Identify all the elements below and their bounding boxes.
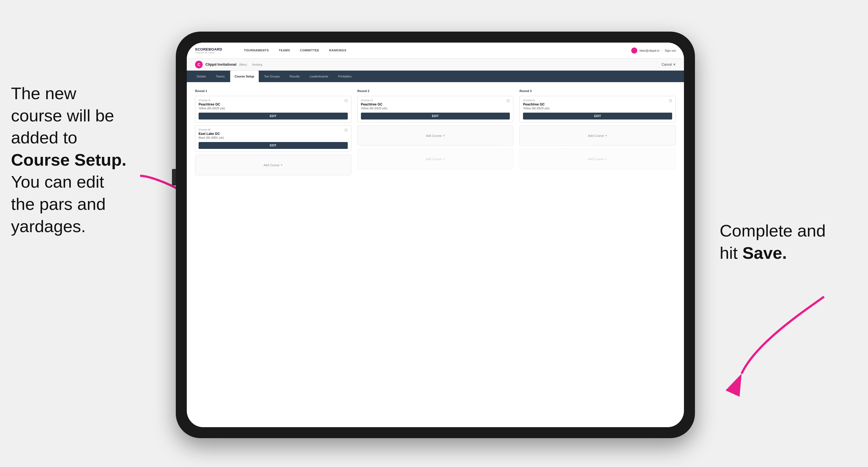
round-1-col: Round 1 ⊡ (Course A) Peachtree GC Yellow… (195, 89, 351, 178)
round3-course-a-details: Yellow (M) (6629 yds) (523, 107, 672, 110)
round1-course-b-name: East Lake GC (198, 132, 348, 136)
nav-rankings[interactable]: RANKINGS (324, 42, 351, 59)
top-nav: SCOREBOARD Powered by clippd TOURNAMENTS… (187, 42, 684, 59)
nav-teams[interactable]: TEAMS (274, 42, 295, 59)
tab-course-setup[interactable]: Course Setup (230, 71, 259, 82)
round2-add-course-disabled-plus-icon: + (443, 157, 445, 161)
content-area: Round 1 ⊡ (Course A) Peachtree GC Yellow… (187, 82, 684, 185)
tab-leaderboards[interactable]: Leaderboards (305, 71, 333, 82)
round2-add-course-disabled-label: Add Course (426, 157, 442, 161)
round-2-col: Round 2 ⊡ (Course A) Peachtree GC Yellow… (358, 89, 514, 178)
round3-add-course-label: Add Course (588, 134, 604, 137)
round2-course-a-details: Yellow (M) (6629 yds) (361, 107, 510, 110)
rounds-grid: Round 1 ⊡ (Course A) Peachtree GC Yellow… (195, 89, 676, 178)
round1-course-b-edit-button[interactable]: Edit (198, 142, 348, 149)
tournament-hosting: Hosting (252, 63, 262, 66)
avatar (631, 48, 637, 54)
round1-course-b-delete[interactable]: ⊡ (344, 128, 348, 132)
round3-course-a-card: ⊡ (Course A) Peachtree GC Yellow (M) (66… (520, 96, 676, 123)
tournament-bar: C Clippd Invitational (Men) Hosting Canc… (187, 59, 684, 71)
tab-tee-groups[interactable]: Tee Groups (260, 71, 284, 82)
round3-course-a-name: Peachtree GC (523, 102, 672, 106)
round-3-col: Round 3 ⊡ (Course A) Peachtree GC Yellow… (520, 89, 676, 178)
cancel-button[interactable]: Cancel ✕ (662, 63, 676, 66)
logo-sub: Powered by clippd (195, 51, 231, 54)
sign-out-link[interactable]: Sign out (665, 49, 676, 52)
round1-course-a-label: (Course A) (198, 99, 348, 102)
tournament-gender: (Men) (239, 63, 247, 66)
round2-course-a-card: ⊡ (Course A) Peachtree GC Yellow (M) (66… (358, 96, 514, 123)
round3-add-course-card[interactable]: Add Course + (520, 125, 676, 146)
round2-add-course-disabled-card: Add Course + (358, 149, 514, 169)
tab-results[interactable]: Results (285, 71, 304, 82)
round1-course-a-details: Yellow (M) (6629 yds) (198, 107, 348, 110)
nav-right: blair@clippd.io | Sign out (631, 48, 676, 54)
tournament-info: C Clippd Invitational (Men) Hosting (195, 61, 262, 68)
round2-add-course-plus-icon: + (443, 133, 445, 137)
round3-course-a-label: (Course A) (523, 99, 672, 102)
round1-course-b-label: (Course B) (198, 128, 348, 131)
nav-tournaments[interactable]: TOURNAMENTS (239, 42, 274, 59)
side-button[interactable] (172, 169, 176, 185)
round2-add-course-label: Add Course (426, 134, 442, 137)
round2-add-course-card[interactable]: Add Course + (358, 125, 514, 146)
round1-course-b-details: Black (M) (6891 yds) (198, 136, 348, 139)
logo-title: SCOREBOARD (195, 47, 231, 51)
arrow-right-icon (728, 288, 832, 382)
round3-add-course-disabled-card: Add Course + (520, 149, 676, 169)
tabs-bar: Details Teams Course Setup Tee Groups Re… (187, 71, 684, 82)
round1-add-course-card[interactable]: Add Course + (195, 155, 351, 175)
round2-course-a-name: Peachtree GC (361, 102, 510, 106)
round3-course-a-edit-button[interactable]: Edit (523, 113, 672, 120)
round-1-label: Round 1 (195, 89, 351, 93)
round1-add-course-label: Add Course (264, 163, 279, 167)
round1-course-b-card: ⊡ (Course B) East Lake GC Black (M) (689… (195, 125, 351, 152)
round1-add-course-plus-icon: + (281, 163, 283, 167)
tab-teams[interactable]: Teams (212, 71, 229, 82)
round-2-label: Round 2 (358, 89, 514, 93)
tab-printables[interactable]: Printables (334, 71, 356, 82)
tournament-logo: C (195, 61, 203, 68)
round2-course-a-delete[interactable]: ⊡ (506, 98, 510, 103)
round1-course-a-edit-button[interactable]: Edit (198, 113, 348, 120)
tab-details[interactable]: Details (192, 71, 210, 82)
scoreboard-logo: SCOREBOARD Powered by clippd (195, 47, 231, 54)
round3-add-course-plus-icon: + (605, 133, 607, 137)
round2-course-a-edit-button[interactable]: Edit (361, 113, 510, 120)
round-3-label: Round 3 (520, 89, 676, 93)
tournament-name: Clippd Invitational (206, 62, 237, 66)
tablet-screen: SCOREBOARD Powered by clippd TOURNAMENTS… (187, 42, 684, 427)
tablet-shell: SCOREBOARD Powered by clippd TOURNAMENTS… (176, 32, 695, 438)
annotation-right: Complete and hit Save. (720, 220, 851, 264)
round3-add-course-disabled-plus-icon: + (605, 157, 607, 161)
user-email: blair@clippd.io (640, 49, 659, 52)
round1-course-a-delete[interactable]: ⊡ (344, 98, 348, 103)
round1-course-a-card: ⊡ (Course A) Peachtree GC Yellow (M) (66… (195, 96, 351, 123)
round3-add-course-disabled-label: Add Course (588, 157, 604, 161)
round3-course-a-delete[interactable]: ⊡ (668, 98, 673, 103)
round2-course-a-label: (Course A) (361, 99, 510, 102)
round1-course-a-name: Peachtree GC (198, 102, 348, 106)
nav-links: TOURNAMENTS TEAMS COMMITTEE RANKINGS (239, 42, 631, 59)
nav-committee[interactable]: COMMITTEE (295, 42, 324, 59)
